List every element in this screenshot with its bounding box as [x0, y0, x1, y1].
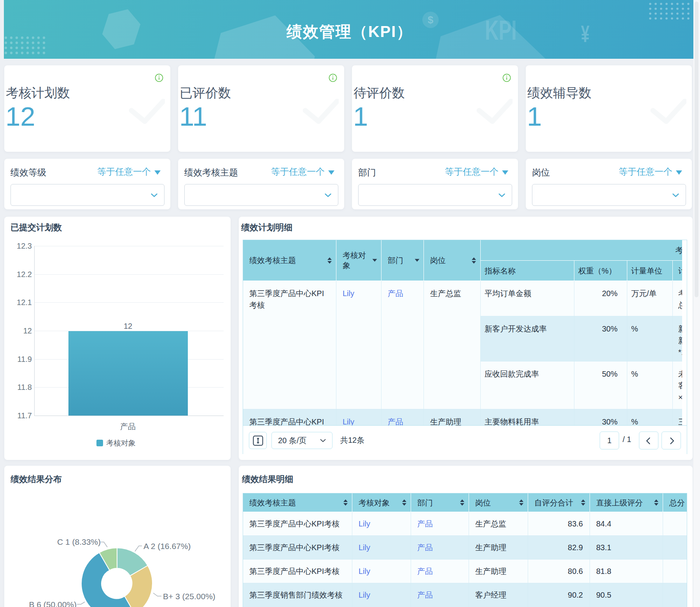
svg-text:11.7: 11.7 [18, 411, 32, 420]
svg-text:B 6 (50.00%): B 6 (50.00%) [29, 600, 77, 607]
svg-text:11.9: 11.9 [18, 355, 32, 363]
svg-text:12: 12 [124, 322, 132, 330]
svg-text:考核对象: 考核对象 [106, 439, 136, 447]
svg-text:产品: 产品 [120, 422, 136, 431]
svg-text:12.3: 12.3 [17, 242, 32, 250]
svg-text:12: 12 [23, 326, 32, 335]
svg-text:12.2: 12.2 [17, 270, 32, 279]
svg-text:A 2 (16.67%): A 2 (16.67%) [144, 542, 191, 551]
svg-text:C 1 (8.33%): C 1 (8.33%) [57, 537, 101, 546]
svg-text:B+ 3 (25.00%): B+ 3 (25.00%) [163, 592, 215, 601]
svg-text:12.1: 12.1 [17, 298, 32, 307]
svg-text:11.8: 11.8 [18, 383, 32, 391]
